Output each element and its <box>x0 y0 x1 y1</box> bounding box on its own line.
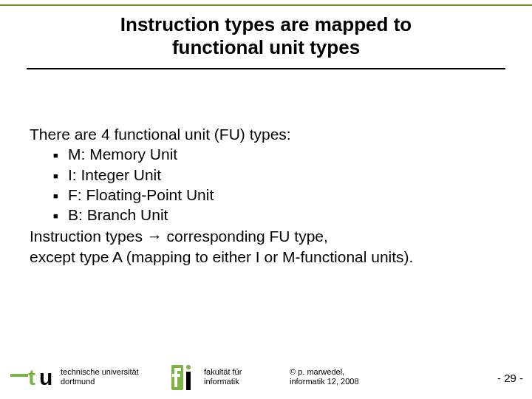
footer-org2: fakultät für informatik <box>204 367 242 388</box>
title-underline <box>27 68 505 69</box>
bullet-item: F: Floating-Point Unit <box>53 185 510 205</box>
arrow-icon: → <box>147 228 163 245</box>
tu-logo-icon: t u <box>10 358 56 390</box>
slide-body: There are 4 functional unit (FU) types: … <box>30 124 510 267</box>
bullet-item: B: Branch Unit <box>53 205 510 225</box>
fi-logo-icon <box>171 361 198 392</box>
page-number: - 29 - <box>497 372 523 384</box>
title-line-2: functional unit types <box>172 36 360 58</box>
title-line-1: Instruction types are mapped to <box>120 13 412 35</box>
intro-text: There are 4 functional unit (FU) types: <box>30 124 510 144</box>
outro-line-1: Instruction types → corresponding FU typ… <box>30 226 510 246</box>
top-green-rule <box>0 4 532 6</box>
footer-org1: technische universität dortmund <box>61 367 139 388</box>
bullet-list: M: Memory Unit I: Integer Unit F: Floati… <box>53 144 510 225</box>
bullet-item: I: Integer Unit <box>53 165 510 185</box>
footer: t u technische universität dortmund faku… <box>0 358 532 392</box>
bullet-item: M: Memory Unit <box>53 144 510 164</box>
slide-title: Instruction types are mapped to function… <box>0 13 532 59</box>
outro-line-2: except type A (mapping to either I or M-… <box>30 247 510 267</box>
footer-credit: © p. marwedel, informatik 12, 2008 <box>290 367 359 388</box>
